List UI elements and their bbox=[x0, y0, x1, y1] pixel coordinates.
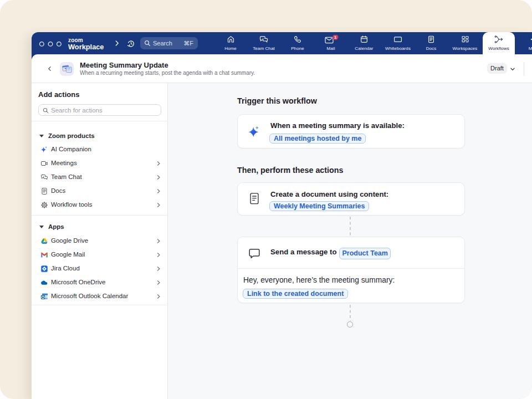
svg-text:1: 1 bbox=[334, 35, 337, 40]
